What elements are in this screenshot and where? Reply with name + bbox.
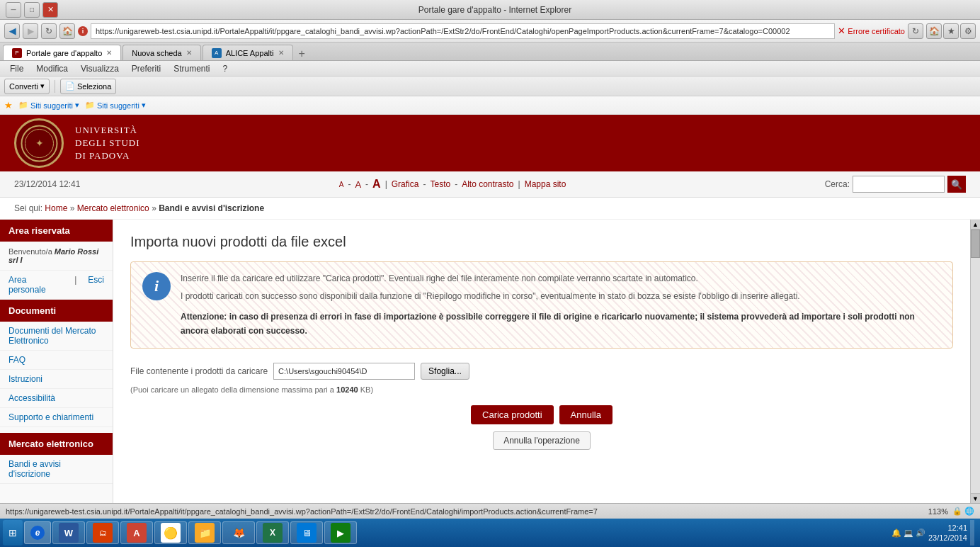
grafica-link[interactable]: Grafica xyxy=(392,179,419,189)
back-button[interactable]: ◀ xyxy=(4,23,20,39)
util-center: A - A - A | Grafica - Testo - Alto contr… xyxy=(339,178,566,191)
show-desktop-btn[interactable] xyxy=(970,520,974,545)
sidebar-esci[interactable]: Esci xyxy=(79,271,113,299)
sidebar-area-personale[interactable]: Area personale xyxy=(0,271,72,299)
app8-icon: 🖥 xyxy=(297,523,317,543)
annulla-operazione-button[interactable]: Annulla l'operazione xyxy=(493,431,591,450)
university-header: ✦ Università degli Studi di Padova xyxy=(0,115,980,171)
taskbar-app-8[interactable]: 🖥 xyxy=(290,521,323,544)
scrollbar[interactable]: ▲ ▼ xyxy=(970,220,980,503)
browse-button[interactable]: Sfoglia... xyxy=(421,363,469,380)
sidebar-accessibilita[interactable]: Accessibilità xyxy=(0,389,113,408)
page-wrapper: ✦ Università degli Studi di Padova 23/12… xyxy=(0,115,980,503)
nav-icons: 🏠 ★ ⚙ xyxy=(926,23,976,39)
search-box: Cerca: 🔍 xyxy=(825,176,966,193)
window-minimize-btn[interactable]: ─ xyxy=(6,2,21,18)
sidebar-welcome-text: Benvenuto/a xyxy=(8,247,52,256)
folder-icon: 📁 xyxy=(195,523,215,543)
tab-close-portale[interactable]: ✕ xyxy=(106,49,112,57)
security-icon: i xyxy=(78,26,88,36)
menu-help[interactable]: ? xyxy=(217,62,234,75)
tab-alice[interactable]: A ALICE Appalti ✕ xyxy=(203,45,293,60)
search-button[interactable]: 🔍 xyxy=(947,176,966,193)
browser-nav-bar: ◀ ▶ ↻ 🏠 i ✕ Errore certificato ↻ 🏠 ★ ⚙ xyxy=(0,20,980,43)
sidebar-mercato-title: Mercato elettronico xyxy=(0,433,113,455)
sidebar-welcome: Benvenuto/a Mario Rossi srl I xyxy=(0,242,113,271)
mappa-sito-link[interactable]: Mappa sito xyxy=(525,179,566,189)
sidebar-bandi-iscrizione[interactable]: Bandi e avvisi d'iscrizione xyxy=(0,455,113,484)
search-input[interactable] xyxy=(853,176,945,193)
sidebar-supporto[interactable]: Supporto e chiarimenti xyxy=(0,408,113,427)
tab-label-portale: Portale gare d'appalto xyxy=(26,49,102,57)
window-maximize-btn[interactable]: □ xyxy=(24,2,40,18)
tab-portale[interactable]: P Portale gare d'appalto ✕ xyxy=(3,45,121,60)
scrollbar-thumb[interactable] xyxy=(971,230,980,258)
taskbar-app-3[interactable]: 🗂 xyxy=(86,521,119,544)
scrollbar-up[interactable]: ▲ xyxy=(971,220,980,230)
start-button[interactable]: ⊞ xyxy=(3,520,23,545)
new-tab-button[interactable]: + xyxy=(295,47,309,60)
menu-modifica[interactable]: Modifica xyxy=(30,62,74,75)
scrollbar-down[interactable]: ▼ xyxy=(971,493,980,503)
refresh-button[interactable]: ↻ xyxy=(41,23,57,39)
university-logo: ✦ xyxy=(14,118,64,168)
testo-link[interactable]: Testo xyxy=(430,179,450,189)
menu-strumenti[interactable]: Strumenti xyxy=(168,62,215,75)
forward-button[interactable]: ▶ xyxy=(23,23,38,39)
menu-bar: File Modifica Visualizza Preferiti Strum… xyxy=(0,61,980,77)
settings-icon[interactable]: ⚙ xyxy=(960,23,976,39)
annulla-button[interactable]: Annulla xyxy=(559,405,612,424)
sidebar-documenti-mercato[interactable]: Documenti del Mercato Elettronico xyxy=(0,322,113,351)
home-icon[interactable]: 🏠 xyxy=(926,23,942,39)
info-para-1: Inserire il file da caricare ed utilizza… xyxy=(181,272,941,286)
util-sep-4: - xyxy=(423,179,426,189)
zoom-level: 113% xyxy=(928,507,948,516)
home-button[interactable]: 🏠 xyxy=(59,23,75,39)
menu-preferiti[interactable]: Preferiti xyxy=(126,62,166,75)
svg-text:✦: ✦ xyxy=(35,138,43,149)
alto-contrasto-link[interactable]: Alto contrasto xyxy=(462,179,513,189)
fav-siti-suggeriti-2[interactable]: 📁 Siti suggeriti ▾ xyxy=(85,101,146,110)
favorites-bar: ★ 📁 Siti suggeriti ▾ 📁 Siti suggeriti ▾ xyxy=(0,96,980,115)
firefox-icon: 🦊 xyxy=(229,523,249,543)
carica-prodotti-button[interactable]: Carica prodotti xyxy=(471,405,554,424)
tab-close-nuova[interactable]: ✕ xyxy=(186,49,192,57)
word-icon: W xyxy=(59,523,79,543)
menu-file[interactable]: File xyxy=(4,62,29,75)
util-sep-5: - xyxy=(455,179,457,189)
breadcrumb-home[interactable]: Home xyxy=(45,203,67,213)
fav-chevron-1: ▾ xyxy=(75,101,79,110)
taskbar-app-9[interactable]: ▶ xyxy=(324,521,357,544)
taskbar-firefox-app[interactable]: 🦊 xyxy=(222,521,255,544)
tab-nuova-scheda[interactable]: Nuova scheda ✕ xyxy=(122,45,200,60)
address-bar[interactable] xyxy=(91,23,835,39)
window-close-btn[interactable]: ✕ xyxy=(42,2,58,18)
taskbar-chrome-app[interactable]: 🟡 xyxy=(154,521,187,544)
sidebar-faq[interactable]: FAQ xyxy=(0,351,113,370)
upload-note: (Puoi caricare un allegato della dimensi… xyxy=(130,385,953,394)
tab-favicon-alice: A xyxy=(212,48,222,58)
sidebar-istruzioni[interactable]: Istruzioni xyxy=(0,370,113,389)
taskbar-folder-app[interactable]: 📁 xyxy=(188,521,221,544)
font-size-large[interactable]: A xyxy=(372,178,381,191)
favorites-icon[interactable]: ★ xyxy=(943,23,959,39)
browser-title-bar: ─ □ ✕ Portale gare d'appalto - Internet … xyxy=(0,0,980,20)
refresh-page-btn[interactable]: ↻ xyxy=(908,23,923,39)
tab-label-nuova: Nuova scheda xyxy=(132,49,181,57)
tab-close-alice[interactable]: ✕ xyxy=(278,49,284,57)
converti-btn[interactable]: Converti ▾ xyxy=(4,79,50,94)
taskbar-ie-app[interactable]: e xyxy=(24,521,51,544)
font-size-medium[interactable]: A xyxy=(355,179,361,190)
taskbar-excel-app[interactable]: X xyxy=(256,521,289,544)
menu-visualizza[interactable]: Visualizza xyxy=(75,62,125,75)
info-text-content: Inserire il file da caricare ed utilizza… xyxy=(181,272,941,338)
util-bar: 23/12/2014 12:41 A - A - A | Grafica - T… xyxy=(0,171,980,198)
taskbar-word-app[interactable]: W xyxy=(52,521,85,544)
seleziona-btn[interactable]: 📄 Seleziona xyxy=(60,79,116,94)
taskbar-app-4[interactable]: A xyxy=(120,521,153,544)
datetime-display: 23/12/2014 12:41 xyxy=(14,179,80,189)
breadcrumb-mercato[interactable]: Mercato elettronico xyxy=(77,203,149,213)
fav-siti-suggeriti-1[interactable]: 📁 Siti suggeriti ▾ xyxy=(18,101,79,110)
clock-time: 12:41 xyxy=(928,523,967,533)
font-size-small[interactable]: A xyxy=(339,181,344,188)
